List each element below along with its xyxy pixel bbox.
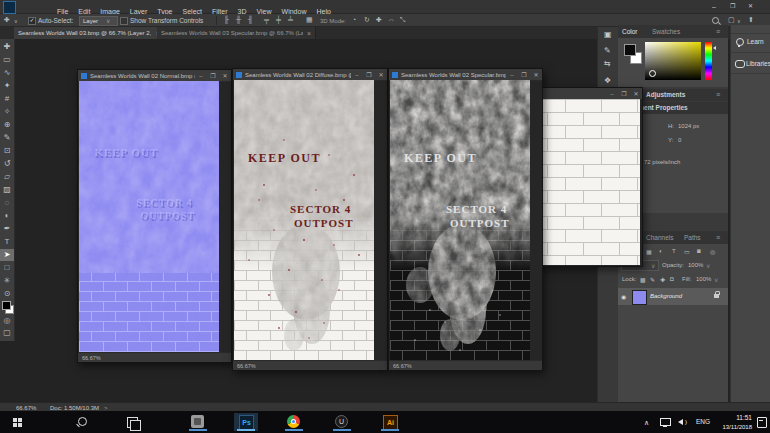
- filter-pixel-layers-icon[interactable]: ▦: [646, 248, 652, 255]
- info-panel-icon[interactable]: ❖: [604, 77, 611, 85]
- doc-height-value[interactable]: 1024 px: [678, 123, 699, 129]
- lock-all-icon[interactable]: ◘: [670, 276, 674, 282]
- minimize-button[interactable]: –: [195, 73, 207, 79]
- lasso-tool[interactable]: ∿: [0, 67, 14, 79]
- maximize-button[interactable]: ❐: [618, 90, 630, 97]
- notification-center-icon[interactable]: [757, 417, 767, 428]
- tab-paths[interactable]: Paths: [684, 234, 701, 241]
- illustrator-app-icon[interactable]: Ai: [378, 413, 402, 431]
- layer-row-background[interactable]: ◉ Background: [618, 288, 728, 305]
- filter-adjustment-layers-icon[interactable]: ◐: [659, 248, 663, 254]
- screen-mode-icon[interactable]: ▢: [0, 327, 14, 339]
- start-button[interactable]: [6, 413, 30, 431]
- unknown-app-icon[interactable]: [186, 413, 210, 431]
- language-indicator[interactable]: ENG: [696, 419, 710, 426]
- app-close-button[interactable]: ✕: [748, 3, 753, 9]
- history-brush-tool[interactable]: ↺: [0, 158, 14, 170]
- tool-preset-caret-icon[interactable]: ∨: [14, 19, 18, 24]
- distribute-icon[interactable]: ▦: [306, 16, 313, 23]
- lock-paint-icon[interactable]: ✎: [650, 276, 655, 283]
- pen-tool[interactable]: ✒: [0, 223, 14, 235]
- path-selection-tool[interactable]: ➤: [0, 249, 14, 261]
- normal-map-canvas[interactable]: KEEP OUT KEEP OUT SECTOR 4 SECTOR 4 OUTP…: [79, 81, 219, 353]
- blur-tool[interactable]: ◌: [0, 197, 14, 209]
- align-middle-icon[interactable]: ╪: [276, 16, 281, 23]
- tab-channels[interactable]: Channels: [646, 234, 673, 241]
- bricks-texture-canvas[interactable]: [529, 99, 640, 265]
- 3d-orbit-icon[interactable]: ◔: [352, 16, 356, 23]
- filter-smart-objects-icon[interactable]: ◙: [697, 248, 701, 254]
- clone-stamp-tool[interactable]: ⊡: [0, 145, 14, 157]
- dodge-tool[interactable]: ◐: [0, 210, 14, 222]
- zoom-tool[interactable]: ⊙: [0, 288, 14, 300]
- filter-toggle-icon[interactable]: ◎: [710, 248, 715, 255]
- document-window-bricks[interactable]: – ❐ ✕: [528, 87, 643, 267]
- crop-tool[interactable]: #: [0, 93, 14, 105]
- doc-y-value[interactable]: 0: [678, 137, 681, 143]
- workspace-switcher-icon[interactable]: ▢: [728, 16, 735, 23]
- 3d-pan-icon[interactable]: ✚: [376, 16, 382, 23]
- tab-color[interactable]: Color: [622, 28, 638, 35]
- tab-swatches[interactable]: Swatches: [652, 28, 680, 35]
- close-button[interactable]: ✕: [219, 72, 231, 79]
- gradient-tool[interactable]: ▨: [0, 184, 14, 196]
- marquee-tool[interactable]: ▭: [0, 54, 14, 66]
- foreground-color-swatch[interactable]: [624, 44, 636, 56]
- brush-settings-panel-icon[interactable]: ✎: [604, 47, 611, 55]
- opacity-value[interactable]: 100%: [688, 262, 703, 268]
- app-minimize-button[interactable]: –: [712, 3, 716, 10]
- hand-tool[interactable]: ✳: [0, 275, 14, 287]
- fill-caret-icon[interactable]: ∨: [714, 276, 718, 283]
- lock-transparency-icon[interactable]: ▩: [640, 276, 646, 283]
- color-field[interactable]: [645, 42, 701, 80]
- show-transform-checkbox[interactable]: [120, 17, 128, 25]
- brush-tool[interactable]: ✎: [0, 132, 14, 144]
- fill-value[interactable]: 100%: [696, 276, 711, 282]
- maximize-button[interactable]: ❐: [363, 71, 375, 78]
- layer-visibility-eye-icon[interactable]: ◉: [621, 293, 626, 300]
- zoom-level[interactable]: 66.67%: [237, 363, 256, 369]
- history-panel-icon[interactable]: ▣: [604, 31, 612, 39]
- close-button[interactable]: ✕: [530, 71, 542, 78]
- tray-chevron-icon[interactable]: ∧: [644, 419, 649, 426]
- chrome-app-icon[interactable]: [282, 413, 306, 431]
- document-window-diffuse[interactable]: Seamless Worlds Wall 02 Diffuse.bmp @ ..…: [232, 68, 388, 371]
- auto-select-checkbox[interactable]: ✓: [28, 17, 36, 25]
- volume-icon[interactable]: [678, 419, 683, 425]
- align-center-h-icon[interactable]: ╫: [236, 16, 241, 23]
- document-window-normal[interactable]: Seamless Worlds Wall 02 Normal.bmp @ ...…: [77, 69, 232, 363]
- move-tool[interactable]: ✚: [0, 41, 14, 53]
- foreground-color-swatch[interactable]: [2, 301, 11, 310]
- color-field-cursor[interactable]: [649, 70, 656, 77]
- panel-menu-icon[interactable]: ≡: [716, 91, 720, 98]
- align-left-icon[interactable]: ╟: [224, 16, 229, 23]
- hue-slider-marker[interactable]: [713, 46, 716, 50]
- auto-select-target-dropdown[interactable]: Layer: [79, 16, 118, 26]
- opacity-caret-icon[interactable]: ∨: [706, 262, 710, 269]
- eraser-tool[interactable]: ▱: [0, 171, 14, 183]
- document-window-specular[interactable]: Seamless Worlds Wall 02 Specular.bmp @..…: [388, 68, 543, 371]
- network-icon[interactable]: [660, 418, 671, 426]
- unreal-app-icon[interactable]: U: [330, 413, 354, 431]
- 3d-slide-icon[interactable]: ⇔: [388, 16, 395, 23]
- specular-map-canvas[interactable]: KEEP OUT SECTOR 4 OUTPOST: [390, 80, 530, 361]
- tab-close-icon[interactable]: ×: [307, 30, 311, 37]
- eyedropper-tool[interactable]: ✧: [0, 106, 14, 118]
- learn-panel-button[interactable]: Learn: [731, 33, 770, 53]
- hue-slider[interactable]: [705, 42, 712, 80]
- taskbar-search-icon[interactable]: [70, 413, 94, 431]
- zoom-level[interactable]: 66.67%: [393, 363, 412, 369]
- 3d-scale-icon[interactable]: ⤡: [400, 16, 406, 23]
- diffuse-map-canvas[interactable]: KEEP OUT SECTOR 4 OUTPOST: [234, 80, 374, 361]
- panel-menu-icon[interactable]: ≡: [716, 234, 720, 241]
- task-view-icon[interactable]: [120, 413, 144, 431]
- minimize-button[interactable]: –: [506, 72, 518, 78]
- layer-thumbnail[interactable]: [632, 290, 647, 305]
- shape-tool[interactable]: □: [0, 262, 14, 274]
- panel-menu-icon[interactable]: ≡: [716, 28, 720, 35]
- zoom-level[interactable]: 66.67%: [82, 355, 101, 361]
- share-icon[interactable]: ⬆: [748, 16, 754, 23]
- minimize-button[interactable]: –: [351, 72, 363, 78]
- align-top-icon[interactable]: ╤: [264, 16, 269, 23]
- align-bottom-icon[interactable]: ╧: [288, 16, 293, 23]
